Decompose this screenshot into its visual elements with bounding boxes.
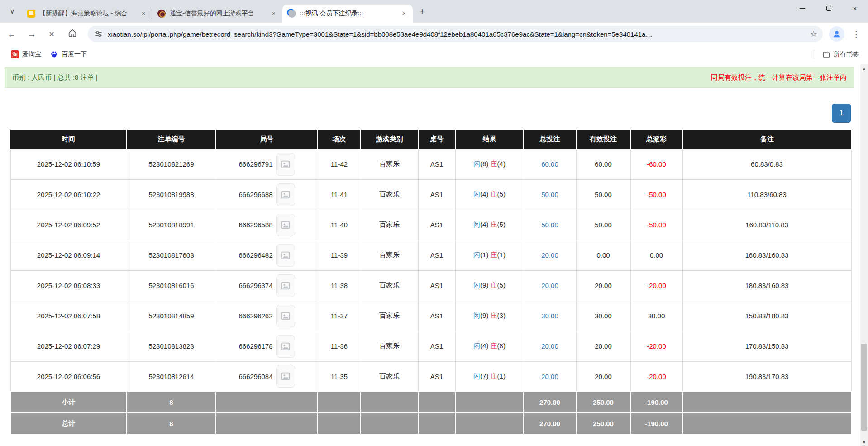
cell-table-no: AS1	[418, 240, 455, 270]
back-button[interactable]: ←	[4, 26, 20, 42]
browser-toolbar: ← → × xiaotian.so/ipl/portal.php/game/be…	[0, 23, 868, 45]
banker-score: (5)	[497, 190, 506, 198]
summary-payout: -190.00	[630, 413, 682, 434]
round-image-placeholder	[276, 214, 295, 236]
player-result: 闲	[473, 190, 480, 198]
tab-search-button[interactable]: ∨	[5, 5, 19, 18]
close-icon[interactable]: ×	[400, 10, 408, 18]
page-scrollbar[interactable]: ▲ ▼	[860, 64, 868, 446]
tab-title: 【新提醒】海燕策略论坛 - 综合	[39, 10, 135, 18]
subtotal-row: 小计8270.00250.00-190.00	[10, 392, 851, 413]
cell-table-no: AS1	[418, 361, 455, 392]
cell-time: 2025-12-02 06:09:14	[10, 240, 127, 270]
address-bar[interactable]: xiaotian.so/ipl/portal.php/game/betrecor…	[88, 26, 823, 42]
player-result: 闲	[473, 160, 480, 168]
tab-forum[interactable]: 【新提醒】海燕策略论坛 - 综合 ×	[22, 5, 152, 23]
page-content: 币别 : 人民币 | 总共 :8 注单 | 同局有效投注，统一计算在该局第一张注…	[0, 64, 860, 446]
scroll-down-button[interactable]: ▼	[860, 438, 868, 446]
currency-summary-text: 币别 : 人民币 | 总共 :8 注单 |	[12, 73, 98, 82]
cell-total-bet[interactable]: 30.00	[524, 301, 576, 331]
cell-total-bet[interactable]: 50.00	[524, 179, 576, 210]
tab-tongbao[interactable]: 通宝-信誉最好的网上游戏平台 ×	[152, 5, 282, 23]
summary-empty	[361, 413, 418, 434]
home-icon	[67, 28, 77, 38]
scroll-up-icon: ▲	[862, 67, 866, 71]
column-header: 游戏类别	[361, 130, 418, 149]
cell-payout: -50.00	[630, 210, 682, 240]
table-row: 2025-12-02 06:10:59523010821269666296791…	[10, 149, 851, 179]
profile-avatar-button[interactable]	[829, 26, 844, 42]
close-icon[interactable]: ×	[270, 10, 278, 18]
cell-total-bet[interactable]: 20.00	[524, 331, 576, 361]
cell-bet-id: 523010814859	[127, 301, 216, 331]
tongbao-favicon-icon	[157, 10, 166, 18]
all-bookmarks-button[interactable]: 所有书签	[818, 48, 863, 61]
cell-total-bet[interactable]: 20.00	[524, 361, 576, 392]
cell-session: 11-39	[318, 240, 361, 270]
summary-label: 小计	[10, 392, 127, 413]
column-header: 场次	[318, 130, 361, 149]
cell-session: 11-37	[318, 301, 361, 331]
cell-result: 闲(6) 庄(4)	[455, 149, 524, 179]
close-window-button[interactable]: ×	[842, 0, 868, 16]
scroll-down-icon: ▼	[862, 440, 866, 445]
round-image-placeholder	[276, 335, 295, 358]
player-score: (4)	[480, 342, 488, 350]
url-text[interactable]: xiaotian.so/ipl/portal.php/game/betrecor…	[108, 30, 806, 38]
tab-bet-records[interactable]: :::视讯 会员下注纪录::: ×	[282, 5, 413, 23]
chevron-down-icon: ∨	[10, 7, 15, 15]
bookmarks-bar: 淘 爱淘宝 百度一下 所有书签	[0, 45, 868, 63]
scrollbar-thumb[interactable]	[861, 344, 867, 431]
forward-button[interactable]: →	[24, 26, 40, 42]
player-score: (4)	[480, 190, 488, 198]
cell-bet-id: 523010817603	[127, 240, 216, 270]
minimize-button[interactable]	[789, 0, 816, 16]
cell-table-no: AS1	[418, 210, 455, 240]
close-icon: ×	[853, 5, 857, 12]
new-tab-button[interactable]: +	[415, 5, 429, 18]
banker-result: 庄	[491, 190, 497, 198]
player-score: (9)	[480, 312, 488, 319]
tab-title: :::视讯 会员下注纪录:::	[300, 10, 396, 18]
cell-total-bet[interactable]: 20.00	[524, 270, 576, 301]
summary-empty	[216, 413, 318, 434]
cell-total-bet[interactable]: 60.00	[524, 149, 576, 179]
cell-total-bet[interactable]: 50.00	[524, 210, 576, 240]
bookmark-taobao[interactable]: 淘 爱淘宝	[6, 48, 46, 61]
close-icon[interactable]: ×	[139, 10, 148, 18]
round-image-placeholder	[276, 274, 295, 297]
browser-menu-button[interactable]: ⋮	[849, 27, 863, 41]
pagination-page-1-button[interactable]: 1	[832, 104, 851, 123]
cell-session: 11-36	[318, 331, 361, 361]
scroll-up-button[interactable]: ▲	[860, 65, 868, 73]
cell-valid-bet: 20.00	[576, 331, 630, 361]
cell-total-bet[interactable]: 20.00	[524, 240, 576, 270]
cell-round: 666296588	[216, 210, 318, 240]
cell-time: 2025-12-02 06:10:59	[10, 149, 127, 179]
home-button[interactable]	[64, 26, 81, 42]
bookmark-star-button[interactable]: ☆	[810, 29, 817, 39]
cell-payout: -20.00	[630, 331, 682, 361]
cell-game-type: 百家乐	[361, 361, 418, 392]
cell-payout: -50.00	[630, 179, 682, 210]
round-number: 666296262	[238, 312, 272, 320]
maximize-button[interactable]	[816, 0, 842, 16]
bookmark-baidu[interactable]: 百度一下	[46, 48, 91, 61]
tab-strip: ∨ 【新提醒】海燕策略论坛 - 综合 × 通宝-信誉最好的网上游戏平台 × ::…	[0, 0, 868, 23]
bookmark-label: 百度一下	[62, 50, 87, 58]
bet-records-table: 时间注单编号局号场次游戏类别桌号结果总投注有效投注总派彩备注 2025-12-0…	[10, 130, 852, 435]
player-result: 闲	[473, 342, 480, 350]
round-number: 666296688	[238, 191, 272, 198]
cell-valid-bet: 30.00	[576, 301, 630, 331]
minimize-icon	[800, 8, 805, 9]
column-header: 时间	[10, 130, 127, 149]
stop-button[interactable]: ×	[43, 26, 60, 42]
baidu-paw-icon	[50, 50, 58, 58]
round-image-placeholder	[276, 153, 295, 176]
cell-payout: 0.00	[630, 240, 682, 270]
round-number: 666296588	[238, 221, 272, 229]
site-settings-icon[interactable]	[94, 29, 103, 38]
banker-score: (5)	[497, 281, 506, 289]
summary-empty	[361, 392, 418, 413]
cell-note: 110.83/60.83	[682, 179, 851, 210]
